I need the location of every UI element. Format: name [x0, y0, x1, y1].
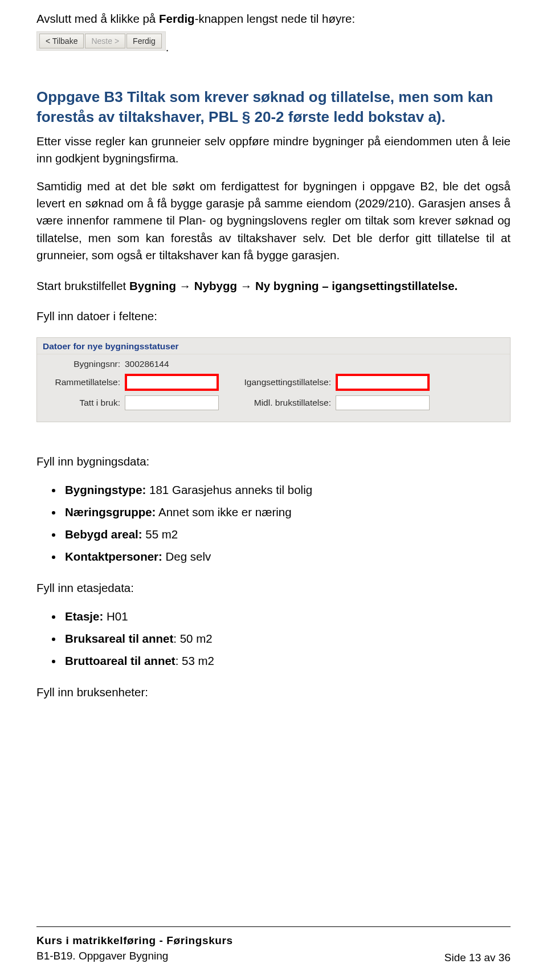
- rammetillatelse-input[interactable]: [125, 374, 219, 391]
- list-item: Kontaktpersoner: Deg selv: [63, 546, 511, 568]
- li-bold: Etasje:: [65, 610, 103, 623]
- row-tatt-i-bruk: Tatt i bruk: Midl. brukstillatelse:: [44, 395, 503, 410]
- row-rammetillatelse: Rammetillatelse: Igangsettingstillatelse…: [44, 374, 503, 391]
- list-item: Etasje: H01: [63, 606, 511, 628]
- back-button[interactable]: < Tilbake: [39, 34, 84, 48]
- midl-brukstillatelse-label: Midl. brukstillatelse:: [224, 398, 336, 408]
- next-button: Neste >: [85, 34, 125, 48]
- igangsettingstillatelse-input[interactable]: [336, 374, 430, 391]
- intro-bold: Ferdig: [159, 12, 195, 25]
- dates-panel: Datoer for nye bygningsstatuser Bygnings…: [36, 337, 511, 422]
- li-bold: Bruksareal til annet: [65, 632, 173, 645]
- paragraph-2: Samtidig med at det ble søkt om ferdigat…: [36, 178, 511, 264]
- list-item: Bruttoareal til annet: 53 m2: [63, 650, 511, 672]
- bygningsnr-value: 300286144: [125, 359, 169, 369]
- igangsettingstillatelse-label: Igangsettingstillatelse:: [224, 377, 336, 387]
- row-bygningsnr: Bygningsnr: 300286144: [44, 359, 503, 369]
- finish-button[interactable]: Ferdig: [126, 34, 162, 48]
- panel-body: Bygningsnr: 300286144 Rammetillatelse: I…: [37, 354, 510, 410]
- list-item: Næringsgruppe: Annet som ikke er næring: [63, 501, 511, 524]
- wizard-button-bar: < Tilbake Neste > Ferdig: [36, 31, 166, 51]
- subhead-bygningsdata: Fyll inn bygningsdata:: [36, 453, 511, 470]
- rammetillatelse-label: Rammetillatelse:: [44, 377, 125, 387]
- li-bold: Kontaktpersoner:: [65, 550, 162, 563]
- list-item: Bebygd areal: 55 m2: [63, 524, 511, 546]
- wizard-trailing-dot: .: [166, 41, 169, 54]
- arrow-icon: →: [176, 279, 194, 292]
- tatt-i-bruk-input[interactable]: [125, 395, 219, 410]
- panel-header: Datoer for nye bygningsstatuser: [37, 338, 510, 354]
- p3-d: Ny bygning – igangsettingstillatelse.: [255, 279, 458, 292]
- li-bold: Bygningstype:: [65, 483, 146, 496]
- section-heading: Oppgave B3 Tiltak som krever søknad og t…: [36, 87, 511, 127]
- list-item: Bygningstype: 181 Garasjehus anneks til …: [63, 479, 511, 501]
- li-bold: Bruttoareal til annet: [65, 654, 175, 667]
- intro-text: Avslutt med å klikke på Ferdig-knappen l…: [36, 10, 511, 28]
- arrow-icon: →: [237, 279, 255, 292]
- li-rest: H01: [103, 610, 128, 623]
- list-item: Bruksareal til annet: 50 m2: [63, 628, 511, 650]
- p3-c: Nybygg: [194, 279, 237, 292]
- etasjedata-list: Etasje: H01 Bruksareal til annet: 50 m2 …: [63, 606, 511, 672]
- subhead-etasjedata: Fyll inn etasjedata:: [36, 579, 511, 597]
- bygningsdata-list: Bygningstype: 181 Garasjehus anneks til …: [63, 479, 511, 568]
- li-rest: : 53 m2: [175, 654, 214, 667]
- li-rest: 181 Garasjehus anneks til bolig: [146, 483, 312, 496]
- midl-brukstillatelse-input[interactable]: [336, 395, 430, 410]
- footer-subtitle: B1-B19. Oppgaver Bygning: [36, 948, 233, 964]
- li-rest: Annet som ikke er næring: [156, 505, 291, 518]
- paragraph-4: Fyll inn datoer i feltene:: [36, 308, 511, 325]
- footer-title: Kurs i matrikkelføring - Føringskurs: [36, 933, 233, 949]
- footer-page: Side 13 av 36: [444, 952, 511, 964]
- li-rest: : 50 m2: [173, 632, 212, 645]
- li-bold: Bebygd areal:: [65, 528, 142, 541]
- li-bold: Næringsgruppe:: [65, 505, 156, 518]
- paragraph-1: Etter visse regler kan grunneier selv op…: [36, 133, 511, 168]
- intro-prefix: Avslutt med å klikke på: [36, 12, 159, 25]
- intro-suffix: -knappen lengst nede til høyre:: [195, 12, 355, 25]
- p3-b: Bygning: [129, 279, 176, 292]
- subhead-bruksenheter: Fyll inn bruksenheter:: [36, 684, 511, 701]
- tatt-i-bruk-label: Tatt i bruk:: [44, 398, 125, 408]
- li-rest: 55 m2: [142, 528, 178, 541]
- p3-a: Start brukstilfellet: [36, 279, 129, 292]
- footer-left: Kurs i matrikkelføring - Føringskurs B1-…: [36, 933, 233, 964]
- li-rest: Deg selv: [162, 550, 211, 563]
- paragraph-3: Start brukstilfellet Bygning → Nybygg → …: [36, 277, 511, 295]
- bygningsnr-label: Bygningsnr:: [44, 359, 125, 369]
- page-footer: Kurs i matrikkelføring - Føringskurs B1-…: [36, 926, 511, 964]
